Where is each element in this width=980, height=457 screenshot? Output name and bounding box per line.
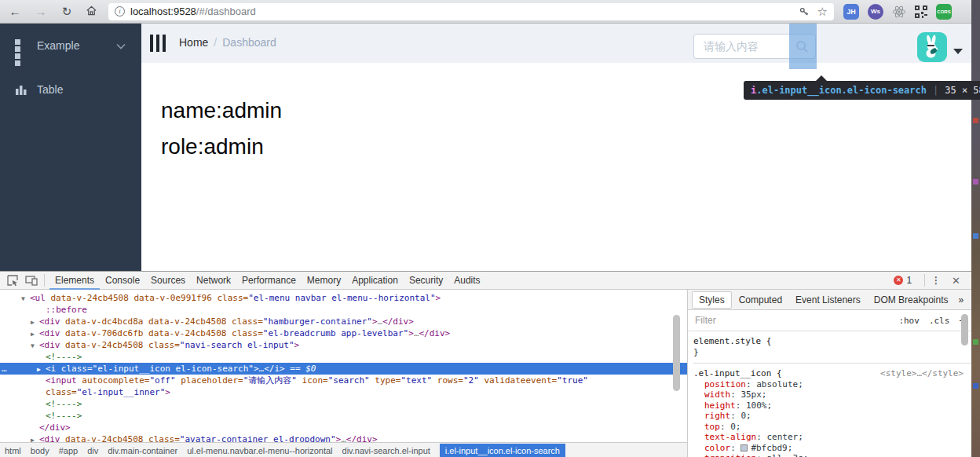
error-badge[interactable]: ✕ 1 [894,275,912,286]
style-source-link[interactable]: <style>…</style> [880,368,964,379]
elements-tree-node[interactable]: <!----> [0,351,687,363]
expand-arrow-icon[interactable]: ▼ [21,293,25,305]
page-info-icon[interactable]: i [115,6,125,16]
expand-arrow-icon[interactable]: ▶ [31,316,35,328]
devtools-tab-application[interactable]: Application [346,272,404,290]
url-path: /#/dashboard [196,5,256,17]
dom-breadcrumb-item[interactable]: body [31,446,49,455]
elements-tree-node[interactable]: <input autocomplete="off" placeholder="请… [0,375,687,386]
code-token: <div [39,316,60,327]
hamburger-icon[interactable] [150,35,166,52]
styles-filter-input[interactable]: Filter [695,315,716,326]
url-bar[interactable]: i localhost:9528/#/dashboard ☆ [108,3,834,20]
expand-arrow-icon[interactable]: ▶ [31,434,35,442]
app-page: Example Table Home/Dashboard [0,24,971,271]
bookmark-star-icon[interactable]: ☆ [817,5,828,19]
extension-cors-icon[interactable]: CORS [936,4,952,20]
dom-breadcrumb-item[interactable]: #app [59,446,78,455]
home-icon[interactable] [82,5,100,19]
toggle-class-button[interactable]: .cls [929,316,950,326]
elements-tree-node[interactable]: …▶<i class="el-input__icon el-icon-searc… [0,363,687,375]
devtools-tab-console[interactable]: Console [100,272,145,290]
css-property-value: 100%; [746,400,772,411]
styles-tabs: StylesComputedEvent ListenersDOM Breakpo… [688,290,971,310]
css-rule[interactable]: <style>…</style>.el-input__icon {positio… [693,363,971,457]
css-property-name: width [704,389,730,400]
styles-tab-computed[interactable]: Computed [733,292,788,308]
css-property[interactable]: top: 0; [693,422,971,433]
extension-ws-icon[interactable]: Ws [868,4,883,20]
more-tabs-icon[interactable]: » [958,294,964,305]
sidebar-item-table[interactable]: Table [0,68,141,112]
elements-tree-node[interactable]: <!----> [0,410,687,422]
css-property[interactable]: width: 35px; [693,389,971,400]
expand-arrow-icon[interactable]: ▼ [31,340,35,352]
code-token: "true" [557,375,588,386]
css-property-value: #bfcbd9; [751,443,792,453]
devtools-tab-network[interactable]: Network [191,272,236,290]
dom-breadcrumb-item[interactable]: i.el-input__icon.el-icon-search [440,444,565,457]
sidebar-item-example[interactable]: Example [0,24,141,68]
styles-tab-styles[interactable]: Styles [692,291,732,309]
css-rule[interactable]: element.style {} [693,336,971,363]
elements-tree-node[interactable]: ▼<ul data-v-24cb4508 data-v-0e991f96 cla… [0,292,687,304]
elements-scrollbar[interactable] [673,315,680,391]
styles-tab-event-listeners[interactable]: Event Listeners [789,292,867,308]
elements-tree-node[interactable]: ▶<div data-v-706dc6fb data-v-24cb4508 cl… [0,327,687,339]
color-swatch[interactable] [740,444,748,452]
code-token: ::before [46,305,87,315]
devtools-tab-security[interactable]: Security [404,272,448,290]
qr-code-icon[interactable] [915,5,927,18]
elements-tree-node[interactable]: </div> [0,422,687,433]
device-toolbar-icon[interactable] [25,274,38,287]
code-token: "el-breadcrumb app-levelbar" [263,328,408,338]
css-property[interactable]: color: #bfcbd9; [693,443,971,454]
elements-tree-node[interactable]: <!----> [0,398,687,410]
back-icon[interactable]: ← [6,5,24,18]
devtools-tab-elements[interactable]: Elements [49,272,100,290]
desktop-icon [973,179,978,185]
elements-tree-node[interactable]: class="el-input__inner"> [0,386,687,398]
avatar[interactable] [917,32,947,62]
elements-tree-node[interactable]: ▶<div data-v-dc4bcd8a data-v-24cb4508 cl… [0,316,687,327]
expand-arrow-icon[interactable]: ▶ [31,328,35,340]
dom-breadcrumb-item[interactable]: div.navi-search.el-input [342,446,430,455]
dom-breadcrumb-item[interactable]: html [5,446,21,455]
elements-tree-node[interactable]: ::before [0,304,687,316]
css-property[interactable]: position: absolute; [693,379,971,390]
breadcrumb-home[interactable]: Home [179,36,208,49]
avatar-dropdown-caret-icon[interactable] [953,49,963,54]
dom-breadcrumb-item[interactable]: ul.el-menu.navbar.el-menu--horizontal [187,446,332,455]
dom-breadcrumb-item[interactable]: div [87,446,98,455]
devtools-main: ▼<ul data-v-24cb4508 data-v-0e991f96 cla… [0,290,971,457]
css-property[interactable]: height: 100%; [693,400,971,411]
code-token: data-v-dc4bcd8a [60,316,144,327]
devtools-toolbar: ElementsConsoleSourcesNetworkPerformance… [0,272,971,290]
toggle-hover-state-button[interactable]: :hov [898,316,920,326]
code-token: "off" [149,375,175,386]
css-property[interactable]: text-align: center; [693,432,971,443]
styles-tab-dom-breakpoints[interactable]: DOM Breakpoints [868,292,955,308]
forward-icon[interactable]: → [32,5,49,18]
search-input[interactable] [702,35,792,57]
css-property[interactable]: right: 0; [693,411,971,422]
devtools-close-icon[interactable]: ✕ [952,275,960,287]
code-token: <input [46,375,77,386]
password-key-icon[interactable] [799,6,810,17]
reload-icon[interactable]: ↻ [58,5,75,19]
elements-tree-node[interactable]: ▶<div data-v-24cb4508 class="avatar-cont… [0,433,687,442]
styles-scrollbar[interactable] [961,314,968,345]
expand-arrow-icon[interactable]: ▶ [37,364,41,375]
devtools-tab-audits[interactable]: Audits [448,272,485,290]
devtools-tab-sources[interactable]: Sources [145,272,191,290]
devtools-tab-memory[interactable]: Memory [302,272,346,290]
elements-tree-node[interactable]: ▼<div data-v-24cb4508 class="navi-search… [0,339,687,351]
devtools-tab-performance[interactable]: Performance [236,272,302,290]
extension-jh-icon[interactable]: JH [843,4,859,20]
devtools-menu-icon[interactable]: ⋮ [931,275,941,286]
inspect-element-icon[interactable] [6,274,19,287]
code-token: "el-input__inner" [77,387,166,397]
dom-breadcrumb-item[interactable]: div.main-container [108,446,177,455]
react-devtools-icon[interactable] [892,5,906,19]
css-property[interactable]: transition: all .3s; [693,453,971,457]
